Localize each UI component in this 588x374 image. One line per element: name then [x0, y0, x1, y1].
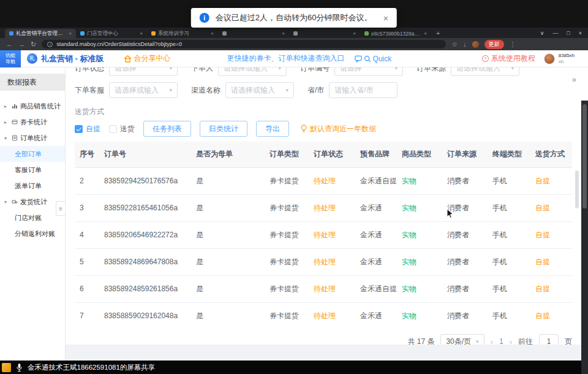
tab-search-icon[interactable]: ∨: [540, 30, 545, 36]
sidebar-item-label: 券卡统计: [20, 118, 47, 127]
quick-search[interactable]: Quick: [355, 55, 392, 63]
cell-order-type: 券卡提货: [265, 302, 309, 329]
sidebar-item-product-sales-stats[interactable]: ▸ 商品销售统计: [0, 98, 65, 114]
filter-collapse-icon[interactable]: »: [572, 75, 576, 84]
cell-delivery: 自提: [530, 194, 572, 221]
cell-terminal: 手机: [488, 275, 530, 302]
export-button[interactable]: 导出: [256, 121, 289, 137]
screen: i 会议已超过2人，自动转为60分钟限时会议。 × 礼盒营销平台管理中心 × 门…: [0, 0, 588, 374]
channel-name-select[interactable]: 请选择或输入 ▾: [225, 82, 294, 98]
browser-tab[interactable]: ×: [289, 29, 360, 38]
refresh-icon[interactable]: ↻: [31, 41, 36, 48]
browser-update-button[interactable]: 更新: [484, 40, 504, 49]
delivery-checkbox[interactable]: 送货: [109, 124, 135, 134]
function-nav-toggle[interactable]: 功能 导航: [0, 50, 21, 67]
col-source: 订单来源: [442, 142, 488, 167]
category-stats-button[interactable]: 归类统计: [200, 121, 247, 137]
cell-source: 消费者: [442, 167, 488, 194]
site-info-icon[interactable]: i: [47, 42, 53, 47]
col-product-type: 商品类型: [397, 142, 442, 167]
filter-label: 订单来源: [417, 67, 446, 74]
order-status-select[interactable]: 请选择 ▾: [109, 67, 178, 76]
tab-close-icon[interactable]: ×: [424, 31, 427, 36]
select-placeholder: 请选择或输入: [231, 85, 275, 96]
sidebar-item-label: 发货统计: [20, 197, 47, 207]
select-placeholder: 请选择或输入: [456, 67, 500, 74]
page-size-select[interactable]: 30条/页 ▾: [440, 334, 484, 345]
quick-query-entry-link[interactable]: 更快捷的券卡、订单和快递查询入口: [227, 53, 345, 64]
share-center-link[interactable]: 合分享中心: [124, 53, 171, 64]
table-scrollbar-thumb[interactable]: [575, 170, 579, 208]
cell-delivery: 自提: [530, 167, 572, 194]
tab-favicon: [151, 31, 156, 36]
tab-title: 门店管理中心: [87, 30, 137, 37]
back-icon[interactable]: ←: [6, 41, 13, 48]
orders-table: 序号 订单号 是否为母单 订单类型 订单状态 预售品牌 商品类型 订单来源 终端…: [75, 142, 572, 329]
page-number-current[interactable]: 1: [499, 337, 503, 345]
cell-terminal: 手机: [488, 221, 530, 248]
sidebar-item-service-orders[interactable]: 客服订单: [0, 162, 65, 178]
table-row: 3 83859228165461056a 是 券卡提货 待处理 金禾通 实物 消…: [75, 194, 572, 221]
tab-close-icon[interactable]: ×: [211, 31, 214, 36]
tab-close-icon[interactable]: ×: [353, 31, 356, 36]
cell-order-type: 券卡提货: [265, 248, 309, 275]
new-tab-button[interactable]: +: [436, 29, 440, 37]
tab-close-icon[interactable]: ×: [282, 31, 285, 36]
sidebar-item-order-stats[interactable]: ▾ 订单统计: [0, 130, 65, 146]
sidebar-item-all-orders[interactable]: 全部订单: [0, 146, 65, 162]
cell-terminal: 手机: [488, 167, 530, 194]
taskbar-app-icon[interactable]: [2, 363, 11, 372]
browser-tab[interactable]: 门店管理中心 ×: [76, 29, 147, 38]
sidebar-item-dispatch-orders[interactable]: 派单订单: [0, 178, 65, 194]
bookmark-star-icon[interactable]: ☆: [451, 41, 458, 48]
province-city-input[interactable]: [329, 82, 398, 98]
order-icon: [12, 135, 18, 141]
col-order-no: 订单号: [99, 142, 191, 167]
action-row: 自提 送货 任务列表 归类统计 导出 默认查询近一年数据: [75, 121, 572, 137]
pickup-checkbox[interactable]: 自提: [75, 124, 100, 134]
prev-page-button[interactable]: ‹: [491, 337, 493, 345]
system-tutorial-link[interactable]: ? 系统使用教程: [482, 53, 535, 64]
tab-close-icon[interactable]: ×: [69, 31, 72, 36]
share-center-label: 合分享中心: [134, 53, 171, 64]
task-list-button[interactable]: 任务列表: [143, 121, 191, 137]
browser-tab[interactable]: e8c573980b1328a258fd2e6il ×: [360, 29, 431, 38]
browser-tab[interactable]: ×: [218, 29, 289, 38]
user-avatar[interactable]: [544, 53, 555, 64]
caret-down-icon: ▾: [476, 338, 479, 345]
browser-profile-avatar[interactable]: [472, 41, 479, 48]
sidebar-item-label: 派单订单: [15, 181, 42, 191]
order-agent-select[interactable]: 请选择或输入 ▾: [109, 82, 178, 98]
order-no-select[interactable]: 请选择 ▾: [334, 67, 403, 76]
browser-menu-icon[interactable]: ⋮: [510, 41, 516, 48]
sidebar-item-coupon-card-stats[interactable]: ▸ 券卡统计: [0, 114, 65, 130]
main-content: » 订单状态 请选择 ▾ 下单人: [66, 67, 581, 361]
next-page-button[interactable]: ›: [510, 337, 512, 345]
window-minimize-button[interactable]: —: [552, 30, 558, 36]
forward-icon[interactable]: →: [18, 41, 25, 48]
col-seq: 序号: [75, 142, 99, 167]
goto-page-input[interactable]: [539, 334, 559, 345]
tab-close-icon[interactable]: ×: [140, 31, 143, 36]
page-scrollbar-thumb[interactable]: [582, 104, 587, 208]
caret-down-icon: ▾: [169, 87, 172, 93]
cell-product-type: 实物: [397, 302, 442, 329]
page-scrollbar[interactable]: [581, 101, 588, 374]
chart-icon: [12, 103, 18, 109]
sidebar-collapse-handle[interactable]: ≡: [56, 201, 65, 216]
order-source-select[interactable]: 请选择或输入 ▾: [451, 67, 519, 76]
url-input[interactable]: i standard.maboy.cn/OrderStatisticsDetai…: [42, 40, 446, 48]
download-icon[interactable]: ↓: [463, 41, 467, 48]
browser-tab-active[interactable]: 礼盒营销平台管理中心 ×: [5, 29, 76, 38]
browser-tab[interactable]: 系统培训学习 ×: [147, 29, 218, 38]
toast-close-icon[interactable]: ×: [383, 13, 388, 23]
window-maximize-button[interactable]: □: [567, 30, 570, 36]
caret-down-icon: ▾: [511, 67, 514, 71]
window-close-button[interactable]: ×: [579, 30, 582, 36]
cell-order-no: 83858859029162048a: [99, 302, 191, 329]
tab-favicon: [364, 31, 369, 36]
buyer-select[interactable]: 请选择或输入 ▾: [218, 67, 287, 76]
sidebar-item-distribution-rebate[interactable]: 分销返利对账: [0, 226, 65, 242]
cell-brand: 金禾通: [355, 302, 397, 329]
cell-order-no: 83858924859261856a: [99, 275, 191, 302]
